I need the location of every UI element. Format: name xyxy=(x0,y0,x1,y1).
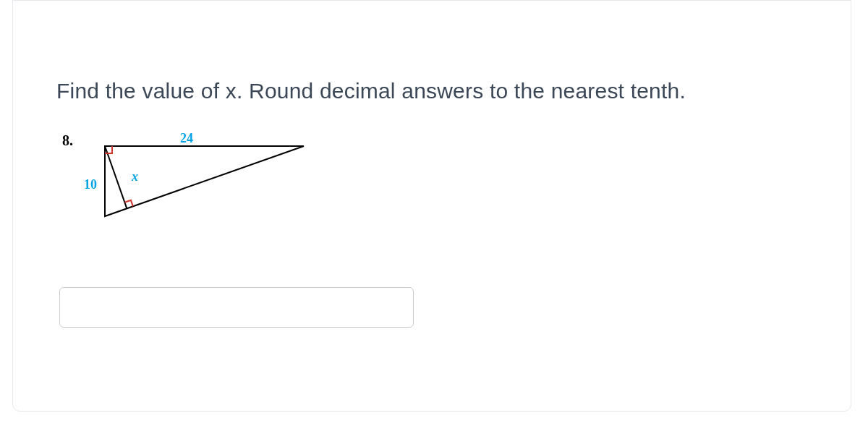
triangle-icon xyxy=(101,142,311,229)
question-card: Find the value of x. Round decimal answe… xyxy=(12,0,851,412)
question-prompt: Find the value of x. Round decimal answe… xyxy=(56,79,686,103)
problem-number: 8. xyxy=(62,132,73,149)
label-left-side: 10 xyxy=(84,177,97,192)
geometry-figure: 8. 24 10 x xyxy=(62,132,315,241)
answer-input[interactable] xyxy=(59,287,414,328)
svg-line-1 xyxy=(105,146,127,208)
svg-marker-0 xyxy=(105,146,304,216)
